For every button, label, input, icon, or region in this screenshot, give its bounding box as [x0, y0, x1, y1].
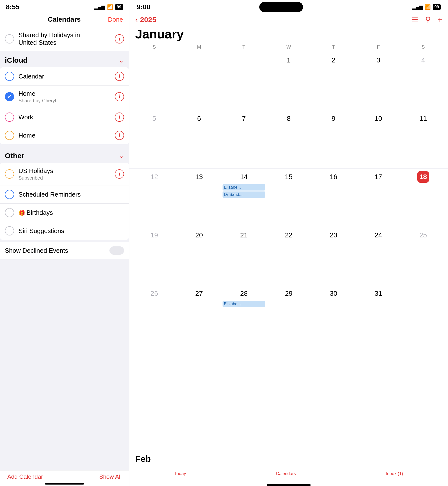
cal-day-9[interactable]: 9: [311, 110, 356, 168]
day-num-12: 12: [148, 171, 160, 183]
other-section-header[interactable]: Other ⌄: [0, 146, 129, 163]
home-info-button[interactable]: i: [115, 131, 124, 140]
work-info-button[interactable]: i: [115, 113, 124, 122]
status-icons-left: ▂▄▆ 📶 99: [94, 4, 123, 10]
cal-day-28[interactable]: 28 Elizabe...: [222, 285, 266, 344]
day-num-15: 15: [283, 171, 295, 183]
cal-day-12[interactable]: 12: [132, 169, 177, 227]
home-row[interactable]: Home i: [0, 126, 129, 144]
cal-day[interactable]: [222, 52, 266, 110]
holidays-info-button[interactable]: i: [115, 34, 124, 43]
done-button[interactable]: Done: [108, 16, 123, 23]
tab-today[interactable]: Today: [174, 471, 186, 476]
signal-icon-left: ▂▄▆: [94, 4, 105, 10]
cal-day-6[interactable]: 6: [177, 110, 221, 168]
holidays-title: Shared by Holidays in: [18, 31, 115, 39]
day-num-21: 21: [238, 229, 250, 241]
home-shared-circle: ✓: [5, 92, 14, 101]
day-num-17: 17: [373, 171, 384, 183]
cal-day-15[interactable]: 15: [266, 169, 311, 227]
icloud-calendar-row[interactable]: Calendar i: [0, 67, 129, 86]
tab-calendars[interactable]: Calendars: [276, 471, 296, 476]
us-holidays-info-button[interactable]: i: [115, 169, 124, 179]
cal-day-4[interactable]: 4: [401, 52, 446, 110]
cal-day-26[interactable]: 26: [132, 285, 177, 344]
day-num: [193, 54, 205, 66]
other-section-body: US Holidays Subscribed i Scheduled Remin…: [0, 163, 129, 240]
cal-day[interactable]: [132, 52, 177, 110]
event-drsand-14[interactable]: Dr Sand...: [223, 191, 265, 198]
cal-day-23[interactable]: 23: [311, 227, 356, 285]
day-num-5: 5: [148, 113, 160, 124]
wifi-icon-left: 📶: [107, 4, 113, 10]
day-num-1: 1: [283, 54, 295, 66]
status-bar-right: 9:00 ▂▄▆ 📶 99: [129, 0, 448, 13]
cal-day-29[interactable]: 29: [266, 285, 311, 344]
cal-day-31[interactable]: 31: [356, 285, 401, 344]
holidays-text: Shared by Holidays in United States: [18, 31, 115, 46]
declined-toggle[interactable]: [109, 246, 124, 255]
top-section: Shared by Holidays in United States i: [0, 27, 129, 51]
home-shared-row[interactable]: ✓ Home Shared by Cheryl i: [0, 86, 129, 108]
cal-day-1[interactable]: 1: [266, 52, 311, 110]
cal-day-20[interactable]: 20: [177, 227, 221, 285]
cal-day-24[interactable]: 24: [356, 227, 401, 285]
cal-day-2[interactable]: 2: [311, 52, 356, 110]
work-row[interactable]: Work i: [0, 108, 129, 126]
event-elizabeth-28[interactable]: Elizabe...: [223, 301, 265, 307]
calendar-info-button[interactable]: i: [115, 72, 124, 81]
home-title: Home: [18, 132, 115, 139]
us-holidays-subtitle: Subscribed: [18, 175, 115, 181]
add-calendar-button[interactable]: Add Calendar: [7, 473, 43, 480]
holidays-us-row[interactable]: Shared by Holidays in United States i: [0, 27, 129, 51]
cal-day-8[interactable]: 8: [266, 110, 311, 168]
cal-day-5[interactable]: 5: [132, 110, 177, 168]
scheduled-reminders-row[interactable]: Scheduled Reminders: [0, 185, 129, 204]
birthdays-row[interactable]: 🎁Birthdays: [0, 204, 129, 222]
cal-day[interactable]: [177, 52, 221, 110]
cal-day-18[interactable]: 18: [401, 169, 446, 227]
cal-day-3[interactable]: 3: [356, 52, 401, 110]
us-holidays-row[interactable]: US Holidays Subscribed i: [0, 163, 129, 185]
icloud-title: iCloud: [5, 56, 27, 64]
list-view-icon[interactable]: ☰: [411, 15, 418, 24]
cal-day-11[interactable]: 11: [401, 110, 446, 168]
cal-day-10[interactable]: 10: [356, 110, 401, 168]
day-num-31: 31: [373, 288, 384, 299]
tab-inbox-label: Inbox (1): [386, 471, 403, 476]
holidays-title2: United States: [18, 39, 115, 46]
day-num-18: 18: [417, 171, 429, 183]
cal-day-14[interactable]: 14 Elizabe... Dr Sand...: [222, 169, 266, 227]
cal-day-empty: [401, 285, 446, 344]
us-holidays-text: US Holidays Subscribed: [18, 167, 115, 181]
cal-day-19[interactable]: 19: [132, 227, 177, 285]
cal-day-30[interactable]: 30: [311, 285, 356, 344]
tab-inbox[interactable]: Inbox (1): [386, 471, 403, 476]
show-all-button[interactable]: Show All: [99, 473, 122, 480]
bottom-tab-bar-right: Today Calendars Inbox (1): [129, 468, 448, 483]
back-arrow-icon[interactable]: ‹: [135, 16, 138, 24]
cal-day-16[interactable]: 16: [311, 169, 356, 227]
declined-label: Show Declined Events: [5, 247, 109, 254]
cal-day-21[interactable]: 21: [222, 227, 266, 285]
cal-day-27[interactable]: 27: [177, 285, 221, 344]
cal-day-25[interactable]: 25: [401, 227, 446, 285]
other-title: Other: [5, 152, 24, 160]
siri-suggestions-row[interactable]: Siri Suggestions: [0, 222, 129, 240]
cal-day-7[interactable]: 7: [222, 110, 266, 168]
home-shared-info-button[interactable]: i: [115, 92, 124, 101]
event-elizabeth-14[interactable]: Elizabe...: [223, 184, 265, 191]
cal-day-17[interactable]: 17: [356, 169, 401, 227]
year-label[interactable]: 2025: [140, 16, 156, 24]
cal-day-13[interactable]: 13: [177, 169, 221, 227]
day-num: [238, 54, 250, 66]
day-num-3: 3: [373, 54, 384, 66]
day-num-6: 6: [193, 113, 205, 124]
feb-label[interactable]: Feb: [129, 450, 448, 468]
add-event-icon[interactable]: +: [438, 15, 442, 24]
icloud-section-header[interactable]: iCloud ⌄: [0, 51, 129, 67]
dow-wed: W: [266, 43, 311, 52]
cal-day-22[interactable]: 22: [266, 227, 311, 285]
search-icon[interactable]: ⚲: [425, 15, 431, 24]
week-4: 19 20 21 22 23 24 25: [129, 227, 448, 285]
